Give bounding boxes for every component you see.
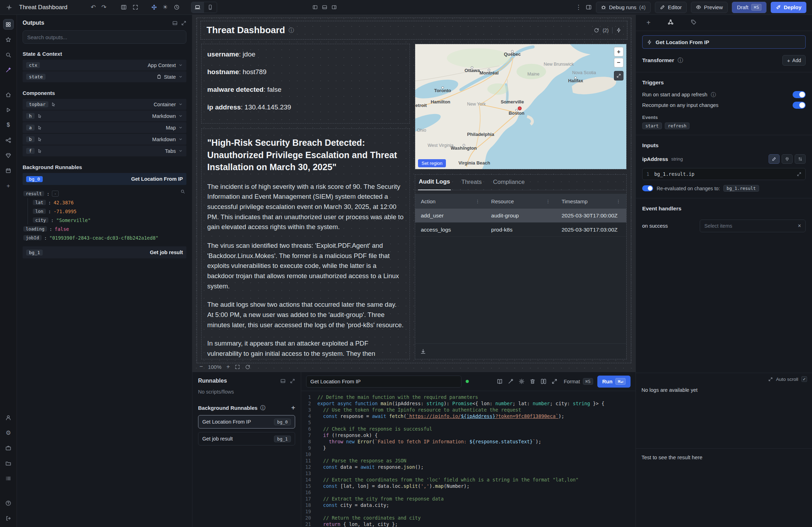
expand-expression-icon[interactable]	[797, 172, 801, 176]
code-line-8[interactable]: 8 throw new Error(`Failed to fetch IP in…	[301, 438, 635, 445]
search-outputs-input[interactable]	[23, 30, 186, 44]
history-icon[interactable]	[174, 4, 180, 10]
column-header-timestamp[interactable]: Timestamp⋮	[556, 198, 626, 204]
chevron-down-icon[interactable]	[178, 102, 183, 107]
theme-sun-icon[interactable]: ☀	[163, 4, 168, 10]
set-region-button[interactable]: Set region	[418, 159, 446, 167]
code-line-3[interactable]: 3 // Use the token from the Ipinfo resou…	[301, 407, 635, 413]
layout-columns-icon[interactable]	[121, 4, 127, 10]
sidebar-item-settings[interactable]: ⚙	[3, 427, 14, 438]
column-menu-icon[interactable]: ⋮	[616, 199, 621, 204]
toggle-right-panel-icon[interactable]	[332, 5, 337, 10]
column-header-resource[interactable]: Resource⋮	[485, 198, 556, 204]
chevron-down-icon[interactable]	[178, 63, 183, 67]
tab-insert[interactable]: +	[646, 19, 651, 26]
diff-icon[interactable]	[541, 378, 547, 384]
map-zoom-in-button[interactable]: +	[614, 47, 623, 56]
output-row-ctx[interactable]: ctxApp Context	[23, 60, 186, 71]
sidebar-item-user[interactable]	[3, 412, 14, 423]
tab-styling[interactable]	[691, 19, 697, 26]
undo-icon[interactable]: ↶	[91, 4, 96, 10]
chevron-down-icon[interactable]	[178, 125, 183, 130]
zoom-out-button[interactable]: −	[199, 363, 203, 370]
toggle-left-panel-icon[interactable]	[312, 5, 318, 10]
move-mode-icon[interactable]	[151, 4, 157, 10]
sidebar-item-resources[interactable]	[3, 135, 14, 145]
expand-logs-icon[interactable]	[768, 377, 773, 382]
tree-key[interactable]: city	[33, 217, 48, 223]
table-row-access_logs[interactable]: access_logsprod-k8s2025-03-30T17:03:00Z	[415, 223, 626, 237]
runnable-name-input[interactable]	[306, 376, 461, 388]
code-line-2[interactable]: 2export async function main(ipAddress: s…	[301, 400, 635, 407]
draft-button[interactable]: Draft ⌘S	[732, 2, 766, 13]
component-f-tabs[interactable]: Audit LogsThreatsCompliance Action⋮Resou…	[415, 174, 627, 359]
output-row-a[interactable]: aMap	[23, 122, 186, 133]
panel-dock-icon[interactable]	[172, 20, 178, 26]
on-success-select[interactable]: Select items ×	[700, 220, 806, 232]
zoom-in-button[interactable]: +	[226, 363, 230, 370]
code-line-1[interactable]: 1// Define the main function with the re…	[301, 394, 635, 400]
output-row-b[interactable]: bMarkdown	[23, 134, 186, 145]
chevron-down-icon[interactable]	[178, 74, 183, 79]
expand-editor-icon[interactable]	[551, 378, 557, 384]
windmill-logo-icon[interactable]	[6, 4, 13, 11]
runnable-item-bg_1[interactable]: Get job resultbg_1	[198, 432, 295, 445]
tab-compliance[interactable]: Compliance	[492, 179, 525, 190]
mobile-view-button[interactable]	[204, 2, 217, 13]
reorder-button[interactable]	[795, 154, 806, 164]
panel-expand-icon[interactable]	[181, 20, 186, 26]
code-line-15[interactable]: 15 const [lat, lon] = data.loc.split(','…	[301, 483, 635, 489]
expression-editor[interactable]: 1 bg_1.result.ip	[642, 168, 806, 180]
code-line-12[interactable]: 12 const data = await response.json();	[301, 464, 635, 470]
code-line-4[interactable]: 4 const response = await fetch(`https://…	[301, 413, 635, 419]
column-header-action[interactable]: Action⋮	[415, 198, 485, 204]
code-area[interactable]: 1// Define the main function with the re…	[301, 391, 635, 527]
edit-expression-button[interactable]	[769, 154, 780, 164]
code-line-21[interactable]: 21 return { lon, lat, city };	[301, 521, 635, 527]
code-line-11[interactable]: 11 // Parse the response as JSON	[301, 457, 635, 464]
sidebar-item-ai[interactable]	[3, 65, 14, 75]
chevron-down-icon[interactable]	[178, 114, 183, 118]
column-menu-icon[interactable]: ⋮	[546, 199, 550, 204]
add-transformer-button[interactable]: + Add	[782, 55, 806, 66]
chevron-down-icon[interactable]	[178, 149, 183, 153]
app-canvas[interactable]: Threat Dashboard ⓘ (2) username: jdoe	[192, 15, 635, 372]
desktop-view-button[interactable]	[191, 2, 204, 13]
reset-zoom-icon[interactable]	[245, 364, 250, 370]
sidebar-item-assets[interactable]	[3, 150, 14, 161]
fit-canvas-icon[interactable]	[235, 364, 240, 370]
preview-button[interactable]: Preview	[691, 2, 728, 13]
component-b-markdown[interactable]: "High-Risk Security Breach Detected: Una…	[201, 128, 410, 359]
component-a-map[interactable]: QuébecMontréalOttawaTorontoHamiltonDetro…	[415, 44, 627, 169]
debug-runs-button[interactable]: Debug runs (4)	[596, 2, 651, 13]
format-button[interactable]: Format ⌘S	[564, 378, 593, 385]
component-h-markdown[interactable]: username: jdoehostname: host789malware d…	[201, 44, 410, 124]
recompute-bolt-icon[interactable]	[616, 28, 621, 33]
runnables-dock-icon[interactable]	[280, 378, 286, 384]
bg-runnable-row-bg_1[interactable]: bg_1 Get job result	[23, 246, 186, 258]
clear-select-icon[interactable]: ×	[798, 223, 801, 229]
sidebar-item-help[interactable]	[3, 498, 14, 508]
tree-key-result[interactable]: result	[23, 191, 44, 196]
map-zoom-out-button[interactable]: −	[614, 58, 623, 67]
tree-key[interactable]: lat	[33, 200, 46, 205]
code-line-16[interactable]: 16	[301, 489, 635, 496]
trigger-toggle[interactable]	[793, 91, 806, 98]
toggle-bottom-panel-icon[interactable]	[322, 5, 327, 10]
code-line-19[interactable]: 19	[301, 508, 635, 515]
editor-settings-gear-icon[interactable]	[519, 378, 525, 384]
code-line-20[interactable]: 20 // Return the coordinates and city	[301, 515, 635, 521]
reeval-badge[interactable]: bg_1.result	[723, 185, 759, 192]
code-line-18[interactable]: 18 const city = data.city;	[301, 502, 635, 508]
reeval-toggle[interactable]	[642, 185, 653, 191]
deploy-button[interactable]: Deploy	[771, 2, 806, 13]
trigger-toggle[interactable]	[793, 102, 806, 109]
column-menu-icon[interactable]: ⋮	[475, 199, 480, 204]
sidebar-item-folders[interactable]	[3, 458, 14, 468]
tab-threats[interactable]: Threats	[461, 179, 483, 190]
sidebar-item-home[interactable]	[3, 89, 14, 100]
sidebar-item-workspace[interactable]	[3, 443, 14, 453]
sidebar-item-variables[interactable]: $	[3, 120, 14, 130]
component-topbar-container[interactable]: Threat Dashboard ⓘ (2)	[201, 21, 627, 40]
code-line-17[interactable]: 17 // Extract the city from the response…	[301, 496, 635, 502]
